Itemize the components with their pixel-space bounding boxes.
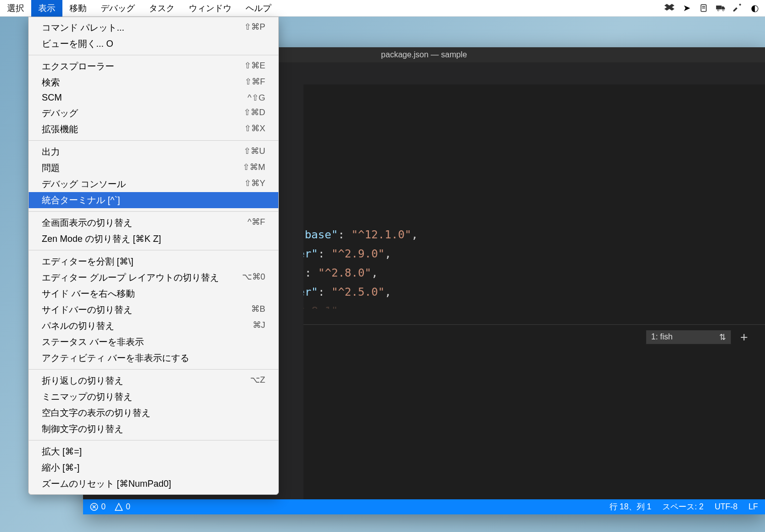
menu-separator	[29, 140, 278, 141]
menu-item[interactable]: アクティビティ バーを非表示にする	[29, 350, 278, 366]
menubar-item-ウィンドウ[interactable]: ウィンドウ	[182, 0, 239, 17]
clipboard-icon[interactable]	[699, 3, 709, 13]
status-eol[interactable]: LF	[748, 502, 758, 512]
menu-separator	[29, 250, 278, 250]
menu-item[interactable]: デバッグ コンソール⇧⌘Y	[29, 176, 278, 192]
menu-item[interactable]: 全画面表示の切り替え^⌘F	[29, 215, 278, 231]
menu-item[interactable]: サイドバーの切り替え⌘B	[29, 302, 278, 318]
menubar-item-タスク[interactable]: タスク	[142, 0, 182, 17]
menubar-item-選択[interactable]: 選択	[0, 0, 31, 17]
menu-item[interactable]: エディター グループ レイアウトの切り替え⌥⌘0	[29, 270, 278, 286]
menu-item[interactable]: ビューを開く... O	[29, 36, 278, 52]
menu-separator	[29, 369, 278, 370]
status-spaces[interactable]: スペース: 2	[662, 502, 704, 512]
menu-item[interactable]: 拡張機能⇧⌘X	[29, 121, 278, 137]
svg-point-4	[717, 10, 719, 11]
menu-item[interactable]: 空白文字の表示の切り替え	[29, 405, 278, 421]
menu-item[interactable]: エディターを分割 [⌘\]	[29, 253, 278, 270]
menu-item[interactable]: ズームのリセット [⌘NumPad0]	[29, 476, 278, 492]
svg-point-5	[722, 10, 724, 11]
view-menu-dropdown: コマンド パレット...⇧⌘Pビューを開く... Oエクスプローラー⇧⌘E検索⇧…	[28, 17, 279, 495]
menu-item[interactable]: サイド バーを右へ移動	[29, 286, 278, 302]
menu-separator	[29, 211, 278, 212]
menu-item[interactable]: パネルの切り替え⌘J	[29, 318, 278, 334]
menu-item[interactable]: 縮小 [⌘-]	[29, 460, 278, 476]
menubar-item-移動[interactable]: 移動	[62, 0, 94, 17]
menu-item[interactable]: 検索⇧⌘F	[29, 74, 278, 91]
menu-item[interactable]: Zen Mode の切り替え [⌘K Z]	[29, 231, 278, 247]
circle-icon[interactable]: ◐	[750, 3, 760, 13]
menubar-tray: ➤ ◐	[664, 3, 760, 13]
menu-item[interactable]: 問題⇧⌘M	[29, 160, 278, 176]
truck-icon[interactable]	[716, 3, 726, 13]
menu-item[interactable]: 拡大 [⌘=]	[29, 444, 278, 460]
menu-item[interactable]: ステータス バーを非表示	[29, 334, 278, 350]
menu-item[interactable]: ミニマップの切り替え	[29, 389, 278, 405]
menu-item[interactable]: 折り返しの切り替え⌥Z	[29, 373, 278, 389]
menu-item[interactable]: デバッグ⇧⌘D	[29, 105, 278, 121]
menubar-item-デバッグ[interactable]: デバッグ	[94, 0, 142, 17]
menu-item[interactable]: コマンド パレット...⇧⌘P	[29, 20, 278, 36]
new-terminal-icon[interactable]: +	[740, 329, 748, 345]
location-icon[interactable]: ➤	[681, 3, 692, 13]
status-encoding[interactable]: UTF-8	[715, 502, 737, 512]
dropbox-icon[interactable]	[664, 3, 674, 13]
mac-menubar: 選択表示移動デバッグタスクウィンドウヘルプ ➤ ◐	[0, 0, 765, 17]
menu-separator	[29, 440, 278, 440]
tools-icon[interactable]	[733, 3, 743, 13]
menu-item[interactable]: 統合ターミナル [^`]	[29, 192, 278, 208]
menu-item[interactable]: 出力⇧⌘U	[29, 144, 278, 160]
menubar-item-ヘルプ[interactable]: ヘルプ	[239, 0, 278, 17]
status-warnings[interactable]: 0	[115, 502, 130, 511]
terminal-selector[interactable]: 1: fish⇅	[646, 330, 731, 344]
svg-rect-3	[716, 6, 722, 10]
menu-separator	[29, 55, 278, 55]
menu-item[interactable]: 制御文字の切り替え	[29, 421, 278, 437]
menu-item[interactable]: SCM^⇧G	[29, 91, 278, 105]
status-bar: 0 0 行 18、列 1 スペース: 2 UTF-8 LF	[83, 499, 765, 514]
status-errors[interactable]: 0	[90, 502, 106, 511]
menubar-item-表示[interactable]: 表示	[31, 0, 62, 17]
status-cursor-pos[interactable]: 行 18、列 1	[609, 502, 652, 512]
menu-item[interactable]: エクスプローラー⇧⌘E	[29, 58, 278, 74]
